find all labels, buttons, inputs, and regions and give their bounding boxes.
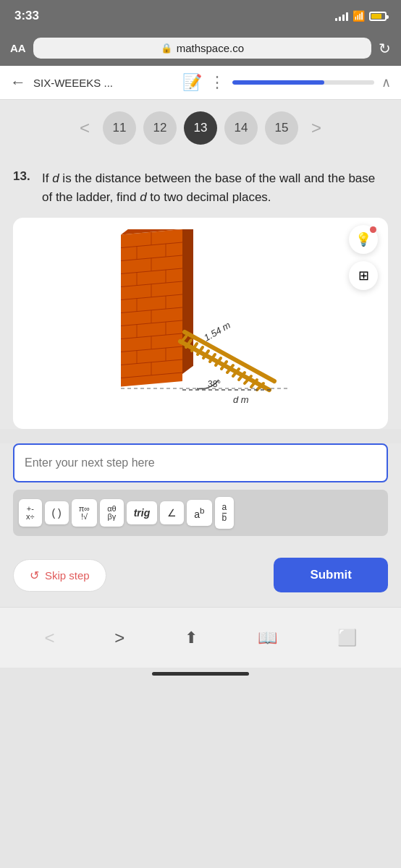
operators-button[interactable]: +-x÷	[19, 499, 42, 527]
tabs-button[interactable]: ⬜	[332, 623, 363, 653]
question-12[interactable]: 12	[143, 111, 177, 145]
trig-button[interactable]: trig	[127, 501, 158, 524]
angle-button[interactable]: ∠	[160, 501, 184, 524]
diagram-card: 1.54 m 38° d m	[13, 218, 388, 429]
question-11[interactable]: 11	[103, 111, 136, 145]
diagram-svg: 1.54 m 38° d m	[99, 229, 302, 417]
home-indicator	[152, 672, 249, 676]
signal-icon	[335, 11, 348, 21]
browser-forward-button[interactable]: >	[109, 622, 130, 654]
nav-title: SIX-WEEEKS ...	[33, 77, 175, 89]
answer-area: +-x÷ ( ) π∞!√ αθβγ trig ∠ ab a b	[0, 443, 401, 548]
status-icons: 📶	[335, 10, 387, 22]
browser-back-button[interactable]: <	[38, 622, 60, 654]
skip-label: Skip step	[45, 569, 90, 582]
grid-button[interactable]: ⊞	[349, 261, 378, 290]
constants-button[interactable]: π∞!√	[72, 499, 97, 527]
browser-aa-label[interactable]: AA	[10, 42, 26, 54]
question-text: If d is the distance between the base of…	[42, 169, 388, 206]
question-nav: < 11 12 13 14 15 >	[0, 100, 401, 156]
svg-line-37	[185, 332, 274, 381]
nav-collapse-button[interactable]: ∧	[381, 75, 391, 90]
share-button[interactable]: ⬆	[179, 623, 203, 653]
math-toolbar: +-x÷ ( ) π∞!√ αθβγ trig ∠ ab a b	[13, 490, 388, 536]
submit-button[interactable]: Submit	[274, 558, 388, 592]
svg-text:38°: 38°	[208, 379, 221, 389]
lock-icon: 🔒	[161, 43, 172, 54]
fraction-button[interactable]: a b	[215, 497, 235, 529]
bottom-bar: < > ⬆ 📖 ⬜	[0, 607, 401, 668]
nav-back-button[interactable]: ←	[10, 73, 26, 92]
hint-button[interactable]: 💡	[349, 225, 378, 254]
nav-bar: ← SIX-WEEEKS ... 📝 ⋮ ∧	[0, 66, 401, 100]
wifi-icon: 📶	[353, 10, 365, 22]
question-number: 13.	[13, 169, 33, 206]
bookmarks-button[interactable]: 📖	[252, 623, 283, 653]
url-text: mathspace.co	[177, 42, 244, 54]
refresh-button[interactable]: ↻	[379, 40, 391, 57]
diagram-container: 1.54 m 38° d m 💡 ⊞	[13, 218, 388, 429]
svg-text:1.54 m: 1.54 m	[202, 320, 232, 344]
nav-edit-icon[interactable]: 📝	[182, 73, 202, 92]
status-time: 3:33	[14, 9, 39, 23]
answer-input[interactable]	[13, 443, 388, 482]
battery-icon	[369, 12, 387, 21]
prev-question-button[interactable]: <	[74, 118, 96, 138]
parentheses-button[interactable]: ( )	[45, 501, 69, 524]
main-content: 13. If d is the distance between the bas…	[0, 156, 401, 429]
progress-bar	[232, 80, 374, 85]
next-question-button[interactable]: >	[305, 118, 327, 138]
question-block: 13. If d is the distance between the bas…	[13, 169, 388, 206]
superscript-button[interactable]: ab	[187, 500, 211, 526]
floating-icons: 💡 ⊞	[349, 225, 378, 290]
nav-more-button[interactable]: ⋮	[209, 73, 225, 92]
skip-step-button[interactable]: ↺ Skip step	[13, 559, 106, 592]
browser-bar: AA 🔒 mathspace.co ↻	[0, 32, 401, 66]
status-bar: 3:33 📶	[0, 0, 401, 32]
greek-button[interactable]: αθβγ	[100, 499, 123, 527]
url-bar[interactable]: 🔒 mathspace.co	[33, 38, 371, 59]
action-row: ↺ Skip step Submit	[0, 548, 401, 607]
skip-icon: ↺	[30, 569, 39, 582]
question-14[interactable]: 14	[224, 111, 258, 145]
svg-text:d m: d m	[233, 394, 249, 405]
question-13[interactable]: 13	[184, 111, 217, 145]
question-15[interactable]: 15	[265, 111, 298, 145]
